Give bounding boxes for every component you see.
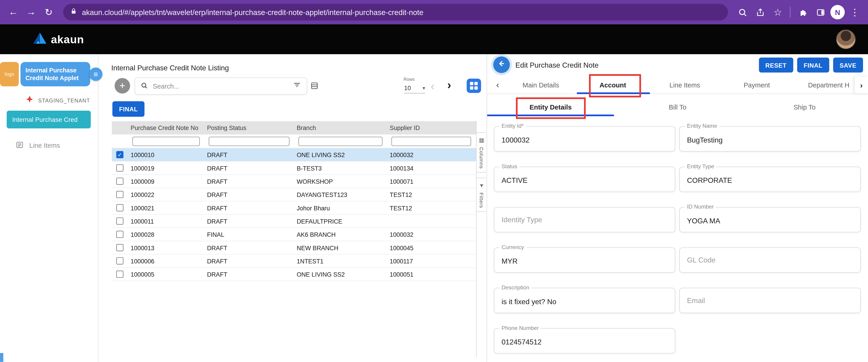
filter-input-branch[interactable]: [298, 136, 382, 146]
side-panel-icon[interactable]: [813, 4, 828, 20]
add-record-button[interactable]: +: [115, 78, 130, 94]
columns-side-tab[interactable]: Columns: [477, 132, 486, 172]
next-page-icon[interactable]: ›: [447, 79, 451, 91]
search-icon[interactable]: [735, 4, 750, 20]
sidebar-item-line-items[interactable]: Line Items: [16, 140, 60, 151]
cell-branch: WORKSHOP: [294, 178, 388, 185]
gl-code-field[interactable]: GL Code: [679, 247, 861, 273]
filter-input-supplier-id[interactable]: [391, 136, 471, 146]
forward-icon[interactable]: →: [23, 4, 39, 20]
cell-branch: NEW BRANCH: [294, 244, 388, 251]
browser-menu-icon[interactable]: ⋮: [847, 4, 863, 20]
row-checkbox[interactable]: [116, 218, 123, 225]
edit-panel: Edit Purchase Credit Note RESET FINAL SA…: [487, 54, 868, 362]
id-number-field[interactable]: ID Number YOGA MA: [679, 207, 861, 232]
share-icon[interactable]: [752, 4, 768, 20]
filter-input-credit-note-no[interactable]: [132, 136, 200, 146]
view-toggle-icon[interactable]: [310, 81, 319, 90]
table-row[interactable]: 1000011 DRAFT DEFAULTPRICE: [112, 215, 476, 228]
row-checkbox[interactable]: [116, 271, 123, 278]
final-filter-button[interactable]: FINAL: [112, 101, 145, 117]
row-checkbox[interactable]: [116, 204, 123, 211]
tab-main-details[interactable]: Main Details: [505, 81, 577, 89]
table-row[interactable]: 1000021 DRAFT Johor Bharu TEST12: [112, 201, 476, 215]
cell-supplier-id: 1000117: [388, 258, 476, 264]
applet-name-pill[interactable]: Internal Purchase Credit Note Applet: [21, 62, 90, 86]
entity-id-field[interactable]: Entity Id* 1000032: [494, 126, 675, 152]
tab-payment[interactable]: Payment: [721, 81, 793, 89]
save-button[interactable]: SAVE: [833, 58, 863, 73]
row-checkbox[interactable]: [116, 164, 123, 172]
field-label: Description: [499, 284, 531, 291]
final-button[interactable]: FINAL: [797, 58, 829, 73]
entity-name-field[interactable]: Entity Name BugTesting: [679, 126, 861, 152]
field-value: 0124574512: [501, 338, 541, 346]
table-row[interactable]: 1000013 DRAFT NEW BRANCH 1000045: [112, 241, 476, 255]
row-checkbox[interactable]: ✓: [116, 151, 123, 159]
field-value: YOGA MA: [687, 217, 720, 225]
entity-type-field[interactable]: Entity Type CORPORATE: [679, 167, 861, 192]
brand-logo[interactable]: akaun: [33, 33, 84, 46]
tabs-scroll-left-icon[interactable]: ‹: [490, 80, 505, 90]
scaled-canvas: ← → ↻ akaun.cloud/#/applets/tnt/wavelet/…: [0, 0, 868, 362]
table-row[interactable]: 1000022 DRAFT DAYANGTEST123 TEST12: [112, 188, 476, 201]
sidebar-collapse-icon[interactable]: ≡: [89, 68, 102, 81]
entity-details-form: Entity Id* 1000032 Entity Name BugTestin…: [494, 126, 861, 354]
table-row[interactable]: 1000005 DRAFT ONE LIVING SS2 1000051: [112, 268, 476, 281]
back-icon[interactable]: ←: [5, 4, 21, 20]
search-magnifier-icon: [141, 81, 148, 91]
email-field[interactable]: Email: [679, 288, 861, 313]
filter-list-icon[interactable]: [293, 81, 301, 91]
row-checkbox[interactable]: [116, 244, 123, 251]
search-box[interactable]: [134, 77, 307, 95]
status-field[interactable]: Status ACTIVE: [494, 167, 675, 192]
header-branch[interactable]: Branch: [294, 125, 388, 131]
filters-side-tab[interactable]: Filters: [477, 177, 486, 212]
table-row[interactable]: ✓ 1000010 DRAFT ONE LIVING SS2 1000032: [112, 148, 476, 161]
akaun-triangle-icon: [33, 33, 46, 46]
header-credit-note-no[interactable]: Purchase Credit Note No: [128, 125, 205, 131]
filter-input-posting-status[interactable]: [209, 136, 289, 146]
cell-posting-status: DRAFT: [205, 258, 294, 264]
table-row[interactable]: 1000028 FINAL AK6 BRANCH 1000032: [112, 228, 476, 241]
row-checkbox[interactable]: [116, 231, 123, 238]
header-posting-status[interactable]: Posting Status: [205, 125, 294, 131]
cell-branch: 1NTEST1: [294, 258, 388, 264]
editor-tab-bar: ‹ Main Details Account Line Items Paymen…: [487, 76, 868, 94]
subtab-bill-to[interactable]: Bill To: [614, 104, 741, 111]
identity-type-field[interactable]: Identity Type: [494, 207, 675, 232]
cell-credit-note-no: 1000010: [128, 152, 205, 158]
row-checkbox[interactable]: [116, 177, 123, 185]
previous-page-icon[interactable]: ‹: [431, 80, 435, 92]
currency-field[interactable]: Currency MYR: [494, 247, 675, 273]
back-button[interactable]: [493, 57, 510, 73]
table-row[interactable]: 1000009 DRAFT WORKSHOP 1000071: [112, 175, 476, 188]
refresh-icon[interactable]: ↻: [41, 4, 57, 20]
user-avatar[interactable]: [836, 29, 856, 49]
phone-number-field[interactable]: Phone Number 0124574512: [494, 328, 675, 354]
bookmark-star-icon[interactable]: ☆: [770, 4, 785, 20]
subtab-ship-to[interactable]: Ship To: [741, 104, 868, 111]
search-input[interactable]: [152, 81, 289, 90]
browser-profile-avatar[interactable]: N: [830, 5, 845, 19]
cell-credit-note-no: 1000013: [128, 244, 205, 251]
description-field[interactable]: Description is it fixed yet? No: [494, 288, 675, 313]
field-value: BugTesting: [687, 136, 722, 144]
reset-button[interactable]: RESET: [759, 58, 793, 73]
tab-department[interactable]: Department H: [793, 81, 865, 89]
scrollbar-thumb[interactable]: [0, 353, 3, 362]
sidebar-module-button[interactable]: Internal Purchase Cred: [7, 111, 91, 128]
cell-posting-status: DRAFT: [205, 218, 294, 224]
table-side-strip: Columns Filters: [476, 121, 486, 357]
extensions-puzzle-icon[interactable]: [795, 4, 810, 20]
tab-line-items[interactable]: Line Items: [649, 81, 721, 89]
header-supplier-id[interactable]: Supplier ID: [388, 125, 476, 131]
table-row[interactable]: 1000019 DRAFT B-TEST3 1000134: [112, 162, 476, 175]
tabs-scroll-right[interactable]: ›: [855, 76, 868, 93]
url-bar[interactable]: akaun.cloud/#/applets/tnt/wavelet/erp/in…: [63, 4, 728, 21]
table-row[interactable]: 1000006 DRAFT 1NTEST1 1000117: [112, 255, 476, 268]
card-view-button[interactable]: [467, 78, 481, 93]
row-checkbox[interactable]: [116, 257, 123, 265]
row-checkbox[interactable]: [116, 191, 123, 198]
rows-per-page-select[interactable]: 10 ▾: [404, 83, 425, 94]
